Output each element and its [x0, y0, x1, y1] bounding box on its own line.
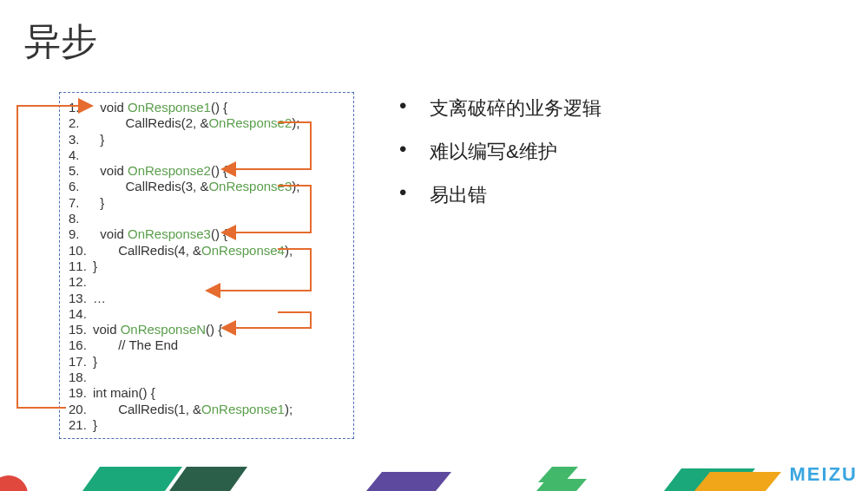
code-line: 2. CallRedis(2, &OnResponse2);	[69, 115, 345, 131]
code-line: 18.	[69, 370, 345, 385]
code-line: 6. CallRedis(3, &OnResponse3);	[69, 179, 345, 194]
code-line: 8.	[69, 211, 345, 226]
code-line: 7. }	[69, 195, 345, 211]
slide-title: 异步	[24, 17, 97, 66]
code-line: 17.}	[69, 354, 345, 370]
code-line: 20. CallRedis(1, &OnResponse1);	[69, 402, 345, 417]
code-line: 9. void OnResponse3() {	[69, 226, 345, 242]
bullet-item: 难以编写&维护	[391, 139, 602, 165]
code-line: 13.…	[69, 291, 345, 306]
bullet-list: 支离破碎的业务逻辑难以编写&维护易出错	[391, 95, 602, 226]
svg-point-0	[0, 475, 28, 491]
code-line: 19.int main() {	[69, 385, 345, 401]
code-line: 14.	[69, 306, 345, 322]
code-line: 15.void OnResponseN() {	[69, 322, 345, 337]
code-block: 1. void OnResponse1() {2. CallRedis(2, &…	[59, 92, 354, 439]
code-line: 3. }	[69, 132, 345, 147]
code-line: 11.}	[69, 259, 345, 274]
footer-decoration	[0, 456, 868, 491]
code-line: 12.	[69, 274, 345, 290]
code-line: 1. void OnResponse1() {	[69, 100, 345, 115]
code-line: 5. void OnResponse2() {	[69, 163, 345, 179]
code-line: 10. CallRedis(4, &OnResponse4);	[69, 243, 345, 259]
code-line: 4.	[69, 147, 345, 163]
code-line: 21.}	[69, 417, 345, 433]
bullet-item: 支离破碎的业务逻辑	[391, 95, 602, 121]
bullet-item: 易出错	[391, 182, 602, 208]
code-line: 16. // The End	[69, 337, 345, 353]
brand-logo: MEIZU	[790, 463, 858, 486]
